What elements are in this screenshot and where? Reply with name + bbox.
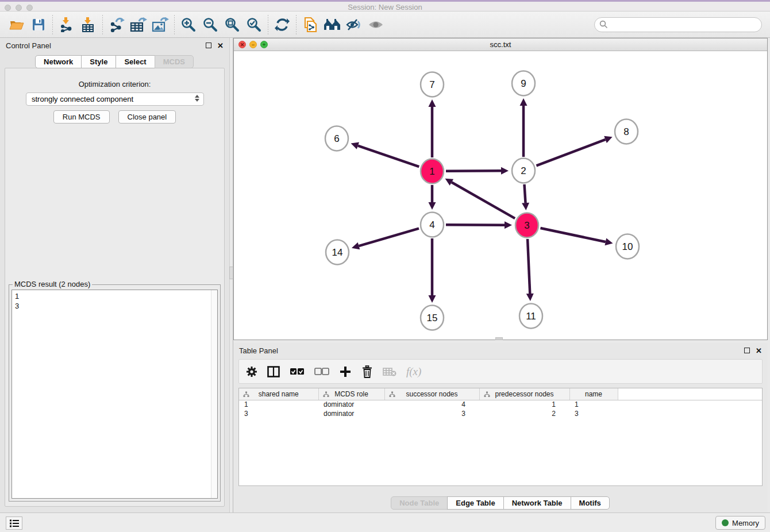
search-box [594,17,762,32]
mcds-result-box: MCDS result (2 nodes) 1 3 [9,284,221,502]
table-cell[interactable]: 1 [239,400,318,409]
close-panel-icon[interactable]: ✕ [217,41,224,50]
show-details-icon[interactable] [365,14,387,35]
table-row[interactable]: 3dominator323 [239,409,762,418]
import-table-icon[interactable] [78,14,99,35]
graph-node-7[interactable]: 7 [421,72,444,97]
graph-node-9[interactable]: 9 [512,71,535,96]
graph-node-8[interactable]: 8 [615,119,638,144]
tab-select[interactable]: Select [116,55,155,68]
tab-motifs[interactable]: Motifs [571,496,610,510]
network-canvas[interactable]: 7968124314101511 [234,51,767,340]
graph-edge[interactable] [446,171,501,171]
close-panel-button[interactable]: Close panel [118,110,176,124]
criterion-value: strongly connected component [32,95,133,103]
column-header-shared-name[interactable]: shared name [239,388,318,400]
save-session-icon[interactable] [28,14,49,35]
float-panel-icon[interactable] [206,43,211,48]
graph-node-label: 1 [429,166,434,177]
graph-edge-arrowhead [505,221,512,229]
table-cell[interactable]: 1 [569,400,618,409]
zoom-selected-icon[interactable] [243,14,265,35]
zoom-out-icon[interactable] [199,14,221,35]
table-panel-title: Table Panel [239,346,278,355]
column-header-predecessor-nodes[interactable]: predecessor nodes [479,388,569,400]
graph-node-14[interactable]: 14 [326,240,349,265]
add-column-icon[interactable] [339,365,352,378]
graph-edge-arrowhead [429,99,436,107]
tab-style[interactable]: Style [81,55,116,68]
table-cell[interactable]: 3 [239,409,318,418]
tab-network-table[interactable]: Network Table [503,496,571,510]
settings-icon[interactable] [246,366,257,377]
import-network-icon[interactable] [56,14,78,35]
memory-button[interactable]: Memory [715,516,765,530]
table-row[interactable]: 1dominator411 [239,400,762,409]
tab-mcds[interactable]: MCDS [155,55,194,68]
graph-node-11[interactable]: 11 [519,304,542,329]
function-builder-icon: f(x) [406,365,421,378]
mcds-result-text[interactable]: 1 3 [11,290,218,499]
table-cell[interactable]: 4 [384,400,479,409]
tab-node-table[interactable]: Node Table [391,496,448,510]
panel-splitter[interactable] [229,38,233,512]
float-table-panel-icon[interactable] [744,348,750,353]
graph-edge[interactable] [525,184,526,203]
table-cell[interactable]: 2 [479,409,569,418]
table-cell[interactable]: dominator [318,409,384,418]
table-header-row: shared name MCDS role successor nodes pr… [239,388,762,400]
graph-node-6[interactable]: 6 [325,126,348,151]
mcds-result-title: MCDS result (2 nodes) [13,280,92,288]
hide-details-icon[interactable] [343,14,365,35]
graph-edge[interactable] [452,182,515,218]
column-header-successor-nodes[interactable]: successor nodes [384,388,479,400]
table-cell[interactable]: dominator [318,400,384,409]
graph-node-label: 10 [622,241,633,252]
network-resize-handle[interactable] [495,337,503,340]
zoom-in-icon[interactable] [178,14,199,35]
table-cell[interactable]: 1 [479,400,569,409]
graph-node-label: 3 [524,220,529,231]
graph-edge[interactable] [536,140,605,166]
splitter-handle[interactable] [229,267,233,279]
graph-node-2[interactable]: 2 [512,159,535,183]
graph-node-4[interactable]: 4 [421,213,444,237]
show-panels-button[interactable] [6,516,22,530]
deselect-all-icon[interactable] [314,368,329,376]
export-network-icon[interactable] [106,14,128,35]
network-window-titlebar[interactable]: ✕ − + scc.txt [234,38,767,51]
clone-network-icon[interactable] [299,14,321,35]
graph-node-1[interactable]: 1 [421,159,444,184]
graph-edge-arrowhead [429,295,436,303]
result-scrollbar[interactable] [211,290,217,498]
export-table-icon[interactable] [128,14,149,35]
graph-edge[interactable] [540,228,605,242]
run-mcds-button[interactable]: Run MCDS [53,110,110,124]
delete-column-icon[interactable] [361,365,373,378]
column-header-name[interactable]: name [569,388,618,400]
toolbar-separator [102,15,103,34]
graph-node-15[interactable]: 15 [421,306,444,330]
graph-edge[interactable] [359,229,419,246]
open-session-icon[interactable] [6,14,28,35]
export-image-icon[interactable] [149,14,171,35]
close-table-panel-icon[interactable]: ✕ [756,346,762,355]
tab-edge-table[interactable]: Edge Table [447,496,503,510]
graph-edge[interactable] [528,239,530,294]
graph-node-10[interactable]: 10 [616,234,639,259]
tab-network[interactable]: Network [35,55,82,68]
column-header-mcds-role[interactable]: MCDS role [318,388,384,400]
graph-edge[interactable] [358,146,419,167]
zoom-fit-icon[interactable] [221,14,243,35]
columns-icon[interactable] [267,366,280,377]
home-icon[interactable] [321,14,343,35]
table-cell[interactable]: 3 [384,409,479,418]
control-panel-title: Control Panel [6,41,51,50]
graph-edge[interactable] [446,225,505,225]
criterion-select[interactable]: strongly connected component [26,92,204,106]
refresh-styles-icon[interactable] [271,14,293,35]
graph-node-3[interactable]: 3 [515,213,538,238]
select-all-icon[interactable] [290,368,305,376]
table-cell[interactable]: 3 [569,409,618,418]
search-input[interactable] [608,19,761,30]
